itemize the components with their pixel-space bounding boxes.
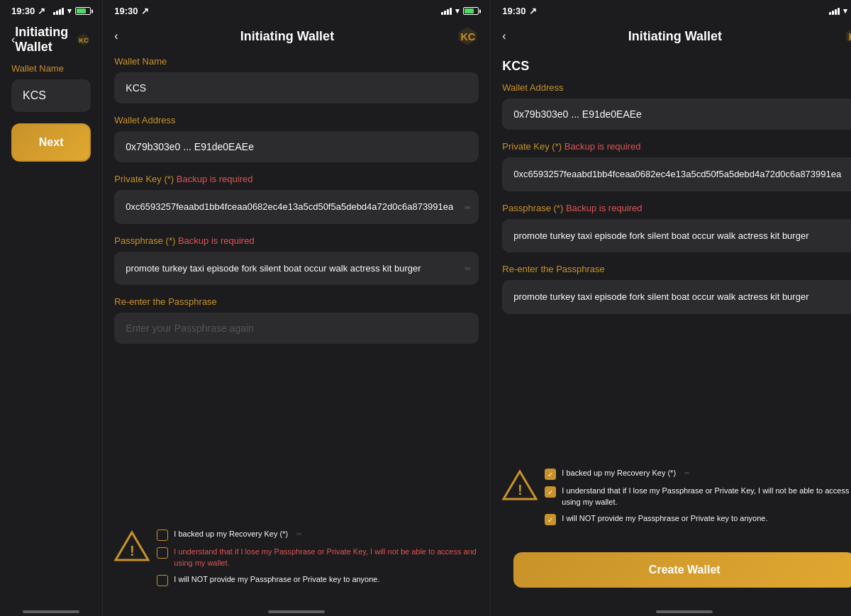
private-key-value-2: 0xc6593257feaabd1bb4fceaa0682ec4e13a5cd5… <box>114 190 479 224</box>
check-box-2-2[interactable] <box>157 547 168 559</box>
kcs-logo-1: KC <box>76 28 91 51</box>
copy-passphrase-icon-2[interactable]: ⎓ <box>465 261 470 276</box>
kcs-logo-3: KC <box>844 25 851 47</box>
arrow-icon-3: ↗ <box>529 6 537 16</box>
nav-header-1: ‹ Initiating Wallet KC <box>0 19 102 63</box>
check-label-2-3: I understand that if I lose my Passphras… <box>562 486 851 508</box>
check-label-1-2: I backed up my Recovery Key (*) <box>174 529 288 539</box>
check-box-2-3[interactable] <box>545 486 556 498</box>
back-button-2[interactable]: ‹ <box>114 30 118 43</box>
check-label-2-2: I understand that if I lose my Passphras… <box>174 547 479 569</box>
screen-3: 19:30 ↗ ▾ ‹ Initiating Wallet KC KCS Wal… <box>491 0 851 616</box>
nav-header-3: ‹ Initiating Wallet KC <box>491 19 851 56</box>
reenter-label-2: Re-enter the Passphrase <box>114 296 479 307</box>
warning-icon-2: ! <box>114 529 150 564</box>
nav-header-2: ‹ Initiating Wallet KC <box>103 19 490 56</box>
check-row-3-2: I will NOT provide my Passphrase or Priv… <box>157 574 479 586</box>
screen-2: 19:30 ↗ ▾ ‹ Initiating Wallet KC Wallet … <box>103 0 491 616</box>
wifi-icon-3: ▾ <box>843 6 847 16</box>
copy-recovery-icon-3[interactable]: ⎓ <box>684 468 689 478</box>
arrow-icon-2: ↗ <box>141 6 149 16</box>
kcs-logo-2: KC <box>456 25 479 47</box>
warning-checks-2: I backed up my Recovery Key (*) ⎓ I unde… <box>157 529 479 586</box>
private-key-label-3: Private Key (*) Backup is required <box>502 141 851 152</box>
page-title-3: Initiating Wallet <box>628 29 722 44</box>
status-bar-2: 19:30 ↗ ▾ <box>103 0 490 19</box>
status-bar-3: 19:30 ↗ ▾ <box>491 0 851 19</box>
next-button-1[interactable]: Next <box>11 123 91 162</box>
reenter-value-3: promote turkey taxi episode fork silent … <box>502 280 851 314</box>
wallet-address-value-3: 0x79b303e0 ... E91de0EAEe <box>502 99 851 130</box>
private-key-label-2: Private Key (*) Backup is required <box>114 174 479 184</box>
svg-text:KC: KC <box>461 31 476 43</box>
check-label-3-2: I will NOT provide my Passphrase or Priv… <box>174 574 379 585</box>
home-indicator-3 <box>491 602 851 616</box>
page-title-1: Initiating Wallet <box>15 25 76 55</box>
back-chevron-icon-2: ‹ <box>114 30 118 43</box>
wallet-name-top-3: KCS <box>491 56 851 82</box>
check-row-1-2: I backed up my Recovery Key (*) ⎓ <box>157 529 479 541</box>
screen-3-content: Wallet Address 0x79b303e0 ... E91de0EAEe… <box>491 82 851 325</box>
passphrase-value-2: promote turkey taxi episode fork silent … <box>114 252 479 286</box>
back-button-3[interactable]: ‹ <box>502 30 506 43</box>
warning-section-2: ! I backed up my Recovery Key (*) ⎓ I un… <box>103 520 490 602</box>
passphrase-label-2: Passphrase (*) Backup is required <box>114 235 479 246</box>
wifi-icon-1: ▾ <box>67 6 72 16</box>
wifi-icon-2: ▾ <box>455 6 460 16</box>
time-2: 19:30 <box>114 6 138 16</box>
check-row-1-3: I backed up my Recovery Key (*) ⎓ <box>545 468 851 480</box>
svg-text:KC: KC <box>79 37 89 44</box>
battery-icon-2 <box>463 7 479 15</box>
check-label-3-3: I will NOT provide my Passphrase or Priv… <box>562 513 767 524</box>
home-indicator-1 <box>0 602 102 616</box>
wallet-address-value-2: 0x79b303e0 ... E91de0EAEe <box>114 131 479 162</box>
time-1: 19:30 <box>11 6 35 16</box>
warning-checks-3: I backed up my Recovery Key (*) ⎓ I unde… <box>545 468 851 525</box>
status-bar-1: 19:30 ↗ ▾ <box>0 0 102 19</box>
signal-icon-2 <box>441 8 452 15</box>
check-row-2-2: I understand that if I lose my Passphras… <box>157 547 479 569</box>
check-box-1-3[interactable] <box>545 469 556 480</box>
check-box-3-2[interactable] <box>157 575 168 586</box>
back-chevron-icon-3: ‹ <box>502 30 506 43</box>
battery-icon-1 <box>75 7 91 15</box>
screen-1: 19:30 ↗ ▾ ‹ Initiating Wallet KC Wallet … <box>0 0 103 616</box>
svg-text:KC: KC <box>849 31 851 43</box>
check-box-3-3[interactable] <box>545 514 556 525</box>
wallet-name-value-1: KCS <box>11 79 91 112</box>
time-3: 19:30 <box>502 6 525 16</box>
check-box-1-2[interactable] <box>157 530 168 541</box>
private-key-value-3: 0xc6593257feaabd1bb4fceaa0682ec4e13a5cd5… <box>502 157 851 191</box>
check-row-2-3: I understand that if I lose my Passphras… <box>545 486 851 508</box>
create-button-container: Create Wallet <box>491 541 851 602</box>
check-row-3-3: I will NOT provide my Passphrase or Priv… <box>545 513 851 525</box>
wallet-name-value-2: KCS <box>114 72 479 103</box>
svg-text:!: ! <box>130 543 135 559</box>
copy-private-key-icon-2[interactable]: ⎓ <box>465 199 470 214</box>
warning-icon-3: ! <box>502 468 538 503</box>
check-label-1-3: I backed up my Recovery Key (*) <box>562 468 676 478</box>
wallet-address-label-3: Wallet Address <box>502 82 851 93</box>
copy-recovery-icon-2[interactable]: ⎓ <box>296 529 301 539</box>
passphrase-value-3: promote turkey taxi episode fork silent … <box>502 219 851 253</box>
svg-text:!: ! <box>518 482 523 498</box>
page-title-2: Initiating Wallet <box>240 29 334 44</box>
signal-icon-3 <box>829 8 840 15</box>
screen-1-content: Wallet Name KCS Next <box>0 63 102 332</box>
arrow-icon-1: ↗ <box>38 6 45 16</box>
screen-2-content: Wallet Name KCS Wallet Address 0x79b303e… <box>103 56 490 355</box>
reenter-label-3: Re-enter the Passphrase <box>502 264 851 274</box>
warning-section-3: ! I backed up my Recovery Key (*) ⎓ I un… <box>491 459 851 541</box>
wallet-name-label-2: Wallet Name <box>114 56 479 67</box>
wallet-address-label-2: Wallet Address <box>114 115 479 125</box>
signal-icon-1 <box>53 8 64 15</box>
create-wallet-button[interactable]: Create Wallet <box>513 552 851 588</box>
passphrase-label-3: Passphrase (*) Backup is required <box>502 203 851 213</box>
home-indicator-2 <box>103 602 490 616</box>
wallet-name-label-1: Wallet Name <box>11 63 91 74</box>
reenter-value-2[interactable]: Enter your Passphrase again <box>114 313 479 344</box>
